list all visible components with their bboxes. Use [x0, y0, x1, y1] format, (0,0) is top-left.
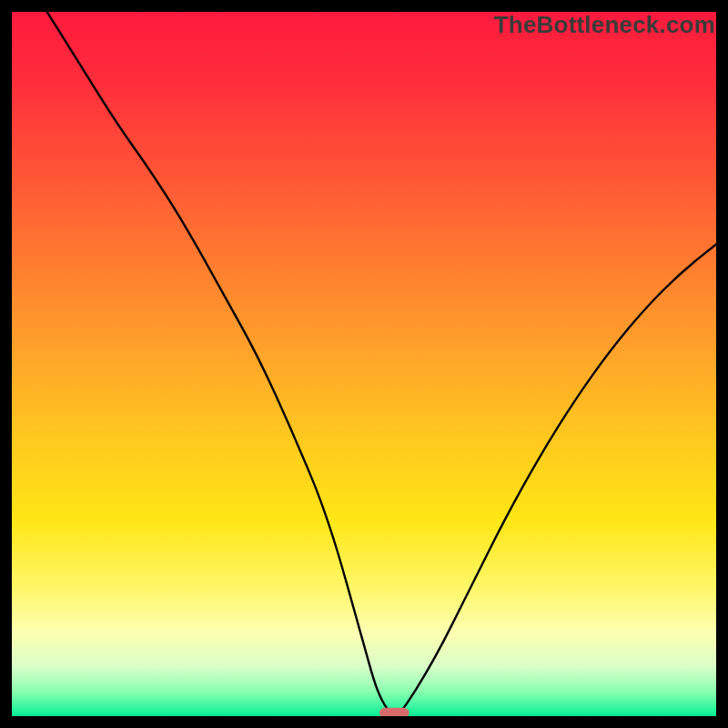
plot-area [12, 12, 716, 716]
gradient-background [12, 12, 716, 716]
chart-frame: TheBottleneck.com [0, 0, 728, 728]
optimal-marker [379, 708, 410, 716]
chart-svg [12, 12, 716, 716]
